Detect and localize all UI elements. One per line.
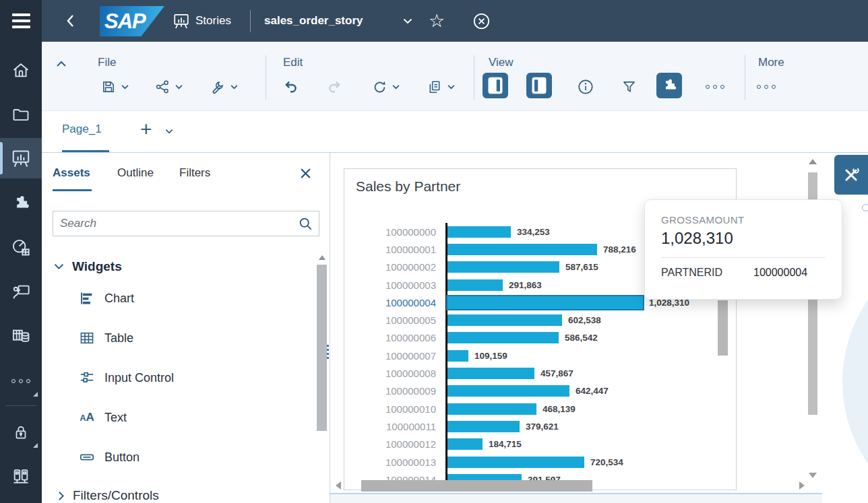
scroll-left-icon[interactable] [336, 481, 341, 490]
duplicate-button[interactable] [423, 75, 446, 98]
widgets-section-header[interactable]: Widgets [54, 259, 122, 274]
files-folder-icon [11, 105, 30, 124]
save-button[interactable] [97, 75, 120, 98]
bar[interactable] [447, 457, 584, 468]
bar[interactable] [447, 421, 520, 432]
share-button[interactable] [151, 75, 174, 98]
more-overflow-button[interactable] [755, 75, 778, 98]
story-details-button[interactable] [656, 73, 682, 98]
bar[interactable] [447, 385, 569, 397]
search-input[interactable] [53, 211, 319, 236]
toggle-left-panel-button[interactable] [483, 73, 508, 98]
decorative-circle [842, 237, 868, 503]
share-dropdown-chevron-icon[interactable] [175, 84, 183, 90]
story-canvas[interactable]: Sales by Partner 100000000334,2531000000… [330, 153, 868, 503]
chart-bar-row[interactable]: 100000012184,715 [344, 436, 736, 453]
toggle-right-panel-button[interactable] [526, 73, 552, 98]
canvas-horizontal-scrollbar[interactable] [334, 479, 806, 492]
sidebar-item-modeler[interactable] [0, 229, 42, 267]
info-button[interactable] [574, 75, 597, 98]
close-circle-icon[interactable] [472, 0, 491, 42]
scroll-down-icon[interactable] [809, 473, 817, 478]
undo-icon [283, 80, 298, 94]
sidebar-item-files[interactable] [0, 96, 42, 133]
bar[interactable] [447, 226, 511, 238]
bar[interactable] [447, 438, 483, 450]
sidebar-item-home[interactable] [0, 51, 42, 89]
sidebar-item-stories[interactable] [0, 138, 42, 178]
panel-scrollbar[interactable] [317, 265, 327, 431]
tab-assets[interactable]: Assets [53, 166, 90, 180]
sidebar-item-datasets[interactable] [0, 318, 42, 356]
bar[interactable] [447, 403, 536, 415]
sidebar-item-applications[interactable] [0, 185, 42, 222]
chart-bar-row[interactable]: 100000009642,447 [344, 382, 736, 400]
bar[interactable] [447, 261, 559, 273]
filters-controls-section-header[interactable]: Filters/Controls [58, 488, 159, 503]
redo-button[interactable] [323, 75, 346, 98]
bar-track: 457,867 [445, 364, 736, 382]
tab-filters[interactable]: Filters [179, 166, 210, 180]
bar[interactable] [447, 244, 597, 255]
panel-scroll-up-icon[interactable] [319, 255, 326, 260]
widget-item-input-control[interactable]: Input Control [80, 367, 174, 389]
close-panel-button[interactable] [300, 168, 311, 179]
file-tools-dropdown-chevron-icon[interactable] [230, 84, 238, 90]
chart-bar-row[interactable]: 100000007109,159 [344, 347, 736, 364]
scroll-up-icon[interactable] [809, 159, 817, 164]
tab-page-1[interactable]: Page_1 [62, 123, 102, 136]
file-tools-button[interactable] [206, 75, 229, 98]
widget-item-chart[interactable]: Chart [80, 288, 134, 309]
add-page-chevron-icon[interactable] [165, 129, 173, 134]
sidebar-item-connections[interactable] [0, 458, 42, 496]
bar-track: 379,621 [445, 417, 736, 435]
bar[interactable] [447, 332, 559, 343]
overflow-ellipsis-icon [757, 85, 776, 89]
bar-category-label: 100000010 [344, 403, 445, 415]
widget-item-text[interactable]: AA Text [80, 407, 127, 428]
bar[interactable] [447, 350, 468, 362]
menu-icon[interactable] [0, 0, 42, 42]
bar[interactable] [447, 368, 534, 379]
chart-title: Sales by Partner [356, 178, 460, 195]
shell-header: SAP Stories sales_order_story ☆ [0, 0, 868, 42]
chart-bar-row[interactable]: 100000010468,139 [344, 400, 736, 417]
refresh-dropdown-chevron-icon[interactable] [392, 84, 400, 90]
bar-value-label: 720,534 [590, 457, 623, 467]
duplicate-dropdown-chevron-icon[interactable] [447, 84, 455, 90]
scroll-right-icon[interactable] [799, 481, 805, 490]
chart-bar-row[interactable]: 100000008457,867 [344, 364, 736, 382]
title-chevron-down-icon[interactable] [403, 0, 412, 42]
undo-button[interactable] [279, 75, 302, 98]
share-icon [156, 80, 169, 94]
designer-button[interactable] [834, 155, 868, 195]
widget-item-table[interactable]: Table [80, 327, 133, 349]
filter-button[interactable] [617, 75, 640, 98]
bar[interactable] [447, 279, 503, 291]
chart-bar-row[interactable]: 100000011379,621 [344, 417, 736, 435]
bar-category-label: 100000007 [344, 350, 445, 362]
stories-breadcrumb[interactable]: Stories [195, 0, 231, 42]
sidebar-item-boardroom[interactable] [0, 273, 42, 311]
copy-icon [428, 80, 441, 94]
collapse-toolbar-button[interactable] [50, 53, 73, 75]
view-more-button[interactable] [704, 75, 726, 98]
horizontal-scroll-thumb[interactable] [361, 480, 592, 492]
chart-scrollbar[interactable] [718, 300, 728, 356]
chart-bar-row[interactable]: 100000006586,542 [344, 329, 736, 347]
save-dropdown-chevron-icon[interactable] [121, 84, 129, 90]
widget-item-button[interactable]: Button [80, 446, 140, 468]
favorite-star-icon[interactable]: ☆ [429, 0, 445, 42]
sidebar-item-security[interactable] [0, 413, 42, 451]
add-page-button[interactable]: + [140, 118, 152, 141]
chart-bar-row[interactable]: 100000005602,538 [344, 311, 736, 329]
refresh-button[interactable] [368, 75, 391, 98]
search-icon[interactable] [299, 217, 313, 231]
sidebar-item-more[interactable] [0, 362, 42, 400]
chart-bar-row[interactable]: 100000013720,534 [344, 453, 736, 471]
back-icon[interactable] [66, 0, 75, 42]
bar[interactable] [447, 314, 562, 326]
refresh-icon [373, 80, 387, 94]
tab-outline[interactable]: Outline [117, 166, 154, 180]
bar[interactable] [447, 296, 643, 309]
